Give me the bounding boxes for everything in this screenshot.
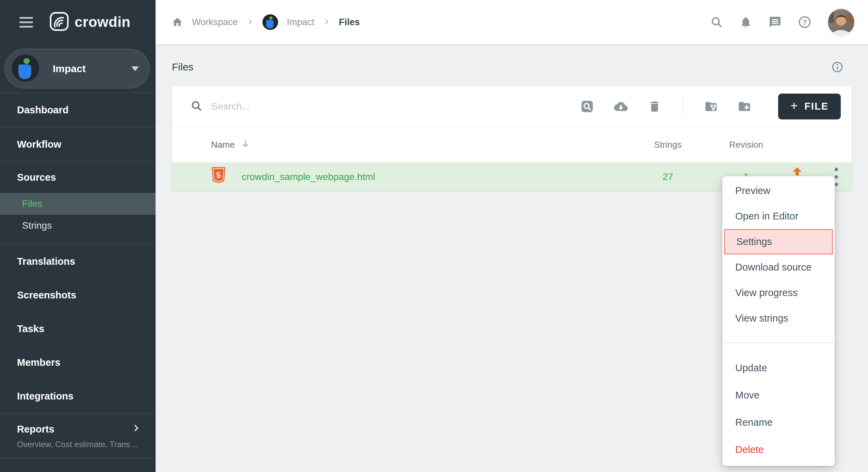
add-folder-icon[interactable] [737,100,752,113]
sidebar-item-workflow[interactable]: Workflow [0,128,156,161]
sidebar-item-sources[interactable]: Sources [0,162,156,193]
sidebar-item-tasks[interactable]: Tasks [0,312,156,346]
column-header-name[interactable]: Name [211,139,250,151]
search-input[interactable] [211,101,580,112]
menu-item-move[interactable]: Move [722,381,835,409]
menu-item-settings[interactable]: Settings [724,229,833,255]
menu-item-open-in-editor[interactable]: Open in Editor [722,204,835,229]
home-icon[interactable] [172,16,183,28]
sidebar-item-screenshots[interactable]: Screenshots [0,278,156,312]
toolbar-divider [682,96,683,117]
reports-subtitle: Overview, Cost estimate, Transl… [0,440,156,449]
project-avatar [262,14,278,30]
sidebar-item-integrations[interactable]: Integrations [0,379,156,413]
sidebar-item-reports[interactable]: Reports Overview, Cost estimate, Transl… [0,414,156,458]
menu-item-download-source[interactable]: Download source [722,255,835,280]
add-branch-icon[interactable] [704,100,718,113]
plus-icon: + [790,99,798,113]
project-name: Impact [53,63,86,75]
topbar: Workspace Impact Files [156,0,868,44]
breadcrumb-current: Files [339,17,360,28]
chevron-right-icon [132,424,141,435]
sidebar-item-strings[interactable]: Strings [0,215,156,237]
sidebar-item-files[interactable]: Files [0,193,156,215]
sidebar-nav: Dashboard Workflow Sources Files Strings… [0,93,156,472]
toolbar-actions: + FILE [580,94,841,119]
menu-divider [722,342,835,343]
table-header: Name Strings Revision [172,127,852,163]
reports-label: Reports [17,424,54,435]
chevron-right-icon [247,17,254,28]
sidebar-item-translations[interactable]: Translations [0,245,156,278]
files-toolbar: + FILE [172,86,852,127]
svg-text:?: ? [802,18,807,27]
download-translations-icon[interactable] [613,100,629,113]
files-card: + FILE Name Strings [172,86,852,191]
column-header-strings: Strings [617,140,719,150]
svg-text:5: 5 [216,170,221,180]
content: Files [156,44,868,191]
file-strings-count: 27 [617,172,719,182]
project-logo [12,54,39,83]
menu-item-delete[interactable]: Delete [722,436,835,463]
menu-item-update[interactable]: Update [722,354,835,381]
file-name-link[interactable]: crowdin_sample_webpage.html [242,172,375,182]
page-header: Files [172,61,852,74]
notifications-bell-icon[interactable] [739,16,752,29]
sidebar-item-members[interactable]: Members [0,346,156,379]
info-icon[interactable] [831,61,843,73]
column-header-revision: Revision [719,140,773,150]
menu-item-preview[interactable]: Preview [722,178,835,204]
topbar-actions: ? [710,9,854,35]
crowdin-logo[interactable]: crowdin [49,12,131,33]
project-selector[interactable]: Impact [4,49,150,88]
menu-icon[interactable] [19,17,33,28]
delete-trash-icon[interactable] [648,100,661,113]
breadcrumb-project[interactable]: Impact [287,17,315,28]
messages-chat-icon[interactable] [769,16,782,29]
file-context-menu: Preview Open in Editor Settings Download… [722,176,835,466]
chevron-down-icon [131,66,139,75]
breadcrumb-workspace[interactable]: Workspace [192,17,238,28]
menu-item-view-strings[interactable]: View strings [722,306,835,331]
sidebar-header: crowdin [0,0,156,44]
chevron-right-icon [323,17,330,28]
add-file-button[interactable]: + FILE [778,94,841,119]
search-icon[interactable] [710,16,723,29]
search-field [190,100,580,113]
breadcrumb: Workspace Impact Files [172,14,360,30]
crowdin-logo-icon [49,12,69,33]
page-title: Files [172,61,193,73]
row-menu-kebab-icon[interactable] [834,166,839,188]
user-avatar[interactable] [828,9,854,35]
help-icon[interactable]: ? [798,15,811,29]
divider [0,458,156,459]
html5-file-icon: 5 [211,167,226,186]
menu-item-rename[interactable]: Rename [722,409,835,436]
menu-item-view-progress[interactable]: View progress [722,280,835,306]
find-in-files-icon[interactable] [580,100,594,113]
spacer [0,237,156,244]
sidebar: crowdin Impact Dashboard Workflow Source… [0,0,156,472]
crowdin-logo-text: crowdin [75,14,131,30]
search-icon [190,100,203,113]
sidebar-item-dashboard[interactable]: Dashboard [0,93,156,127]
sort-desc-icon [241,139,250,151]
add-file-button-label: FILE [804,101,829,112]
